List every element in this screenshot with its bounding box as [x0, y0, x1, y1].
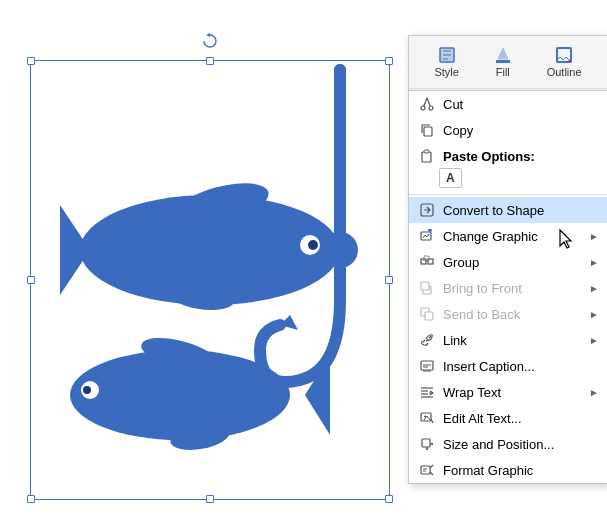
style-label: Style [434, 66, 458, 78]
send-to-back-icon [417, 306, 437, 322]
link-icon [417, 332, 437, 348]
group-item[interactable]: Group ► [409, 249, 607, 275]
paste-options-item: Paste Options: [409, 143, 607, 166]
svg-rect-33 [421, 282, 429, 290]
svg-rect-50 [421, 466, 430, 474]
bring-to-front-item[interactable]: Bring to Front ► [409, 275, 607, 301]
send-to-back-arrow: ► [589, 309, 599, 320]
context-menu: Style Fill Outline [408, 35, 607, 484]
size-position-label: Size and Position... [443, 437, 599, 452]
svg-rect-35 [425, 312, 433, 320]
fill-button[interactable]: Fill [486, 42, 520, 82]
insert-caption-label: Insert Caption... [443, 359, 599, 374]
edit-alt-text-label: Edit Alt Text... [443, 411, 599, 426]
change-graphic-arrow: ► [589, 231, 599, 242]
style-button[interactable]: Style [426, 42, 466, 82]
size-position-icon [417, 436, 437, 452]
copy-icon [417, 122, 437, 138]
link-item[interactable]: Link ► [409, 327, 607, 353]
size-and-position-item[interactable]: Size and Position... [409, 431, 607, 457]
svg-rect-23 [424, 127, 432, 136]
wrap-text-icon [417, 384, 437, 400]
svg-rect-47 [422, 439, 430, 447]
group-arrow: ► [589, 257, 599, 268]
paste-icons-row: A [409, 166, 607, 192]
svg-marker-4 [60, 205, 90, 295]
group-label: Group [443, 255, 589, 270]
svg-line-21 [424, 98, 427, 106]
cut-icon [417, 96, 437, 112]
link-arrow: ► [589, 335, 599, 346]
svg-point-12 [83, 386, 91, 394]
rotate-handle[interactable] [202, 33, 218, 49]
cut-label: Cut [443, 97, 599, 112]
wrap-text-item[interactable]: Wrap Text ► [409, 379, 607, 405]
wrap-text-label: Wrap Text [443, 385, 589, 400]
bring-to-front-icon [417, 280, 437, 296]
fill-label: Fill [496, 66, 510, 78]
edit-alt-text-icon [417, 410, 437, 426]
format-graphic-icon [417, 462, 437, 478]
wrap-text-arrow: ► [589, 387, 599, 398]
send-to-back-label: Send to Back [443, 307, 589, 322]
outline-button[interactable]: Outline [539, 42, 590, 82]
change-graphic-label: Change Graphic [443, 229, 589, 244]
convert-icon [417, 202, 437, 218]
svg-point-19 [421, 106, 425, 110]
menu-toolbar: Style Fill Outline [409, 36, 607, 89]
svg-rect-25 [424, 150, 429, 153]
group-icon [417, 254, 437, 270]
svg-rect-17 [496, 60, 510, 63]
change-graphic-item[interactable]: Change Graphic ► [409, 223, 607, 249]
format-graphic-item[interactable]: Format Graphic [409, 457, 607, 483]
edit-alt-text-item[interactable]: Edit Alt Text... [409, 405, 607, 431]
send-to-back-item[interactable]: Send to Back ► [409, 301, 607, 327]
outline-label: Outline [547, 66, 582, 78]
svg-line-22 [427, 98, 430, 106]
paste-icon [417, 148, 437, 164]
svg-point-6 [308, 240, 318, 250]
bring-to-front-arrow: ► [589, 283, 599, 294]
bring-to-front-label: Bring to Front [443, 281, 589, 296]
copy-item[interactable]: Copy [409, 117, 607, 143]
change-graphic-icon [417, 228, 437, 244]
svg-point-45 [424, 416, 426, 418]
convert-to-shape-item[interactable]: Convert to Shape [409, 197, 607, 223]
insert-caption-item[interactable]: Insert Caption... [409, 353, 607, 379]
fish-graphic [30, 60, 390, 500]
copy-label: Copy [443, 123, 599, 138]
paste-options-label: Paste Options: [443, 149, 599, 164]
svg-point-20 [429, 106, 433, 110]
paste-a-button[interactable]: A [439, 168, 462, 188]
insert-caption-icon [417, 358, 437, 374]
convert-to-shape-label: Convert to Shape [443, 203, 599, 218]
link-label: Link [443, 333, 589, 348]
format-graphic-label: Format Graphic [443, 463, 599, 478]
cut-item[interactable]: Cut [409, 91, 607, 117]
